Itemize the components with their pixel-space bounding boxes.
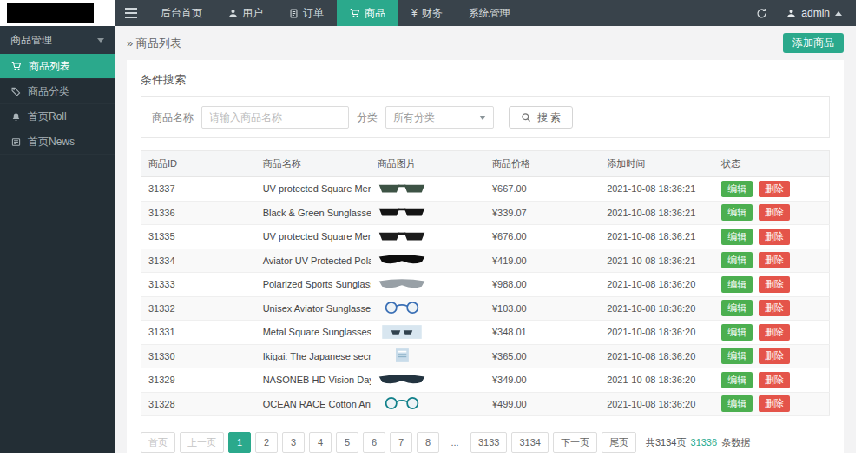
product-image-cell — [371, 321, 485, 345]
product-price: ¥349.00 — [485, 368, 600, 393]
pagination-button[interactable]: 5 — [336, 432, 358, 453]
pagination-buttons: 首页 上一页 1 2 3 4 5 6 7 8 ... 3133 3134 下一页… — [141, 432, 641, 453]
pagination-button[interactable]: 4 — [309, 432, 332, 453]
pagination-button-label: 8 — [425, 437, 431, 447]
topnav-item[interactable]: 订单 — [276, 0, 337, 26]
refresh-icon[interactable] — [756, 8, 767, 19]
sidebar-group-product-management[interactable]: 商品管理 — [0, 26, 115, 54]
status-cell: 编辑 删除 — [714, 344, 829, 368]
topnav-item[interactable]: 用户 — [215, 0, 276, 26]
edit-button[interactable]: 编辑 — [721, 348, 753, 364]
search-button[interactable]: 搜 索 — [509, 106, 573, 129]
pagination-button[interactable]: 上一页 — [180, 432, 224, 453]
cart-icon — [350, 8, 360, 18]
edit-button[interactable]: 编辑 — [721, 324, 753, 341]
product-id: 31333 — [141, 273, 256, 297]
table-row: 31336 Black & Green Sunglasses Combo ...… — [141, 201, 830, 225]
delete-button[interactable]: 删除 — [759, 300, 790, 316]
category-select-value: 所有分类 — [393, 110, 435, 125]
delete-button[interactable]: 删除 — [759, 229, 790, 245]
edit-button[interactable]: 编辑 — [721, 300, 753, 316]
pagination-button-label: 3133 — [478, 437, 499, 447]
status-cell: 编辑 删除 — [714, 273, 829, 297]
pagination-button[interactable]: 2 — [255, 432, 278, 453]
column-header-label: 商品价格 — [492, 158, 530, 169]
search-button-label: 搜 索 — [537, 110, 561, 125]
delete-button[interactable]: 删除 — [759, 276, 790, 293]
bell-icon — [11, 112, 21, 122]
edit-button[interactable]: 编辑 — [721, 181, 753, 197]
product-image — [378, 323, 426, 340]
product-name: Metal Square Sunglasses for Men a... — [256, 321, 371, 345]
pagination-button-label: ... — [450, 437, 458, 447]
menu-toggle-icon[interactable] — [115, 0, 148, 26]
sidebar-item[interactable]: 首页Roll — [0, 104, 115, 129]
delete-button[interactable]: 删除 — [759, 395, 790, 412]
delete-button[interactable]: 删除 — [759, 204, 790, 221]
product-name: Black & Green Sunglasses Combo ... — [256, 201, 371, 225]
delete-button[interactable]: 删除 — [759, 252, 790, 268]
product-image-cell — [371, 392, 485, 416]
product-id: 31335 — [141, 225, 256, 249]
added-time: 2021-10-08 18:36:20 — [600, 344, 714, 368]
product-name-label: 商品名称 — [152, 110, 194, 125]
edit-button[interactable]: 编辑 — [721, 252, 753, 268]
topnav-item[interactable]: 系统管理 — [456, 0, 523, 26]
add-product-button[interactable]: 添加商品 — [783, 33, 844, 53]
status-cell: 编辑 删除 — [714, 177, 829, 202]
table-row: 31328 OCEAN RACE Cotton Anti Pollution..… — [141, 392, 830, 416]
top-navigation: 后台首页 用户 订单 商品 ¥ 财务 系统管理 — [148, 0, 523, 26]
product-image-cell — [371, 201, 485, 225]
added-time: 2021-10-08 18:36:21 — [600, 177, 714, 202]
pagination-button-label: 1 — [237, 437, 242, 447]
sidebar-item[interactable]: 首页News — [0, 129, 115, 155]
sidebar-item[interactable]: 商品分类 — [0, 79, 115, 104]
added-time: 2021-10-08 18:36:21 — [600, 225, 714, 249]
tags-icon — [11, 87, 21, 96]
pagination-button[interactable]: 3 — [282, 432, 305, 453]
added-time: 2021-10-08 18:36:21 — [600, 249, 714, 273]
chevron-down-icon — [97, 38, 104, 43]
product-name-input[interactable] — [201, 106, 349, 129]
topbar-main: 后台首页 用户 订单 商品 ¥ 财务 系统管理 admin — [115, 0, 856, 26]
pagination-button[interactable]: 下一页 — [553, 432, 597, 453]
product-name: Ikigai: The Japanese secret to a lon... — [256, 344, 371, 368]
topnav-item[interactable]: ¥ 财务 — [398, 0, 456, 26]
edit-button[interactable]: 编辑 — [721, 229, 753, 245]
sidebar-item[interactable]: 商品列表 — [0, 54, 115, 79]
edit-button[interactable]: 编辑 — [721, 204, 753, 221]
pagination-button[interactable]: 首页 — [141, 432, 175, 453]
column-header-label: 添加时间 — [607, 158, 645, 169]
admin-menu[interactable]: admin — [786, 7, 842, 19]
delete-button[interactable]: 删除 — [759, 181, 790, 197]
pagination-button-label: 3134 — [519, 437, 540, 447]
app-window: 后台首页 用户 订单 商品 ¥ 财务 系统管理 admin — [0, 0, 856, 453]
user-icon — [228, 9, 238, 18]
pagination-button[interactable]: 8 — [417, 432, 439, 453]
topnav-item[interactable]: 商品 — [337, 0, 398, 26]
pagination-button[interactable]: 6 — [363, 432, 385, 453]
topnav-item-label: 财务 — [422, 6, 443, 21]
table-row: 31337 UV protected Square Men's Sungla..… — [141, 177, 830, 202]
delete-button[interactable]: 删除 — [759, 372, 790, 388]
delete-button[interactable]: 删除 — [759, 324, 790, 341]
product-image — [378, 204, 426, 221]
table-row: 31335 UV protected Square Men's Sungla..… — [141, 225, 830, 249]
category-select[interactable]: 所有分类 — [385, 106, 494, 129]
topnav-item-label: 商品 — [365, 6, 385, 21]
edit-button[interactable]: 编辑 — [721, 276, 753, 293]
pagination-button[interactable]: 3134 — [511, 432, 548, 453]
pagination-button[interactable]: 3133 — [470, 432, 507, 453]
pagination-button[interactable]: 尾页 — [602, 432, 636, 453]
edit-button[interactable]: 编辑 — [721, 372, 753, 388]
added-time: 2021-10-08 18:36:20 — [600, 321, 714, 345]
edit-button[interactable]: 编辑 — [721, 395, 753, 412]
pagination-button[interactable]: 7 — [390, 432, 412, 453]
yen-icon: ¥ — [411, 7, 418, 19]
product-price: ¥348.01 — [485, 321, 600, 345]
chevron-down-icon — [479, 116, 486, 120]
topnav-item[interactable]: 后台首页 — [148, 0, 215, 26]
delete-button[interactable]: 删除 — [759, 348, 790, 364]
news-icon — [11, 137, 21, 147]
pagination-button[interactable]: 1 — [228, 432, 251, 453]
